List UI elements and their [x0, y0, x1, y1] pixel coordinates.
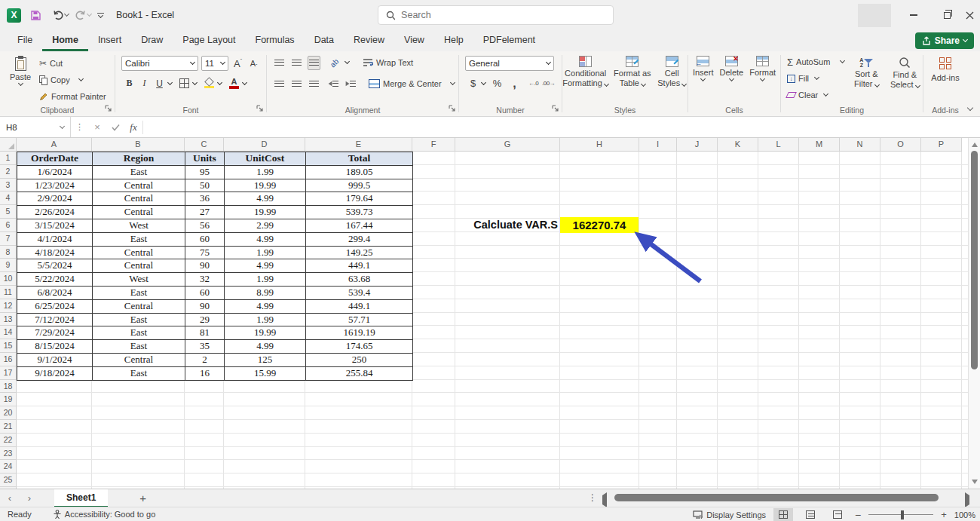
table-cell[interactable]: 255.84: [306, 367, 413, 381]
column-header-h[interactable]: H: [560, 138, 639, 152]
table-cell[interactable]: 15.99: [225, 367, 306, 381]
table-cell[interactable]: Central: [93, 354, 185, 367]
table-cell[interactable]: 2: [185, 354, 225, 367]
align-top-button[interactable]: [273, 56, 286, 70]
column-header-o[interactable]: O: [880, 138, 921, 152]
row-header-21[interactable]: 21: [0, 420, 17, 434]
view-page-layout-button[interactable]: [801, 508, 820, 521]
column-header-m[interactable]: M: [799, 138, 840, 152]
table-cell[interactable]: 19.99: [225, 206, 306, 219]
row-header-1[interactable]: 1: [0, 152, 17, 165]
orientation-button[interactable]: ab: [328, 56, 341, 70]
share-button[interactable]: Share: [915, 32, 974, 49]
clipboard-dialog-launcher[interactable]: [105, 104, 112, 113]
table-cell[interactable]: 90: [185, 259, 225, 273]
table-cell[interactable]: 1.99: [225, 247, 306, 260]
table-cell[interactable]: 167.44: [306, 219, 413, 233]
row-header-14[interactable]: 14: [0, 326, 17, 339]
table-cell[interactable]: 60: [185, 287, 225, 300]
wrap-text-button[interactable]: Wrap Text: [363, 55, 413, 70]
table-header-cell[interactable]: Region: [93, 152, 185, 166]
font-color-button[interactable]: A: [228, 76, 240, 90]
table-cell[interactable]: 539.73: [306, 206, 413, 219]
row-header-8[interactable]: 8: [0, 246, 17, 259]
row-header-22[interactable]: 22: [0, 434, 17, 447]
tab-file[interactable]: File: [8, 30, 42, 51]
table-cell[interactable]: 2/9/2024: [17, 192, 93, 206]
autosum-button[interactable]: ΣAutoSum: [787, 54, 844, 69]
row-header-23[interactable]: 23: [0, 447, 17, 461]
h-scroll-left-icon[interactable]: [602, 495, 607, 504]
column-header-l[interactable]: L: [758, 138, 799, 152]
table-header-cell[interactable]: OrderDate: [17, 152, 93, 166]
table-cell[interactable]: 999.5: [306, 179, 413, 193]
increase-decimal-button[interactable]: ←.0: [527, 76, 540, 90]
table-cell[interactable]: 5/5/2024: [17, 259, 93, 273]
table-cell[interactable]: 3/15/2024: [17, 219, 93, 233]
decrease-font-icon[interactable]: Aˇ: [247, 57, 260, 71]
currency-dropdown-icon[interactable]: [481, 79, 486, 84]
row-header-13[interactable]: 13: [0, 313, 17, 326]
zoom-slider[interactable]: [868, 514, 933, 516]
decrease-decimal-button[interactable]: .00→: [542, 76, 555, 90]
sort-filter-button[interactable]: AZ Sort & Filter: [849, 54, 884, 103]
row-header-25[interactable]: 25: [0, 473, 17, 487]
table-cell[interactable]: 57.71: [306, 314, 413, 327]
vertical-scrollbar[interactable]: [968, 138, 980, 489]
zoom-in-button[interactable]: +: [941, 509, 947, 520]
table-cell[interactable]: East: [93, 367, 185, 381]
column-header-a[interactable]: A: [17, 138, 92, 152]
table-cell[interactable]: East: [93, 326, 185, 340]
row-header-12[interactable]: 12: [0, 299, 17, 313]
align-bottom-button[interactable]: [308, 56, 320, 70]
row-header-16[interactable]: 16: [0, 353, 17, 366]
table-cell[interactable]: 6/8/2024: [17, 287, 93, 300]
table-cell[interactable]: 50: [185, 179, 225, 193]
column-header-b[interactable]: B: [92, 138, 185, 152]
decrease-indent-button[interactable]: [326, 77, 339, 91]
row-header-4[interactable]: 4: [0, 192, 17, 205]
table-cell[interactable]: 27: [185, 206, 225, 219]
table-cell[interactable]: 1.99: [225, 273, 306, 287]
undo-button[interactable]: [49, 6, 72, 24]
table-cell[interactable]: 8/15/2024: [17, 340, 93, 354]
table-cell[interactable]: 4/18/2024: [17, 247, 93, 260]
table-header-cell[interactable]: Total: [306, 152, 413, 166]
formula-cancel-button[interactable]: ×: [88, 117, 106, 137]
table-cell[interactable]: 4/1/2024: [17, 233, 93, 247]
qat-customize-button[interactable]: [94, 6, 107, 24]
table-cell[interactable]: East: [93, 166, 185, 179]
table-cell[interactable]: 81: [185, 326, 225, 340]
tab-view[interactable]: View: [394, 30, 434, 51]
new-sheet-button[interactable]: +: [139, 492, 146, 504]
table-cell[interactable]: 5/22/2024: [17, 273, 93, 287]
table-cell[interactable]: 19.99: [225, 326, 306, 340]
alignment-dialog-launcher[interactable]: [449, 104, 455, 113]
format-as-table-button[interactable]: Format as Table: [611, 53, 653, 87]
table-cell[interactable]: 1/6/2024: [17, 166, 93, 179]
table-cell[interactable]: 299.4: [306, 233, 413, 247]
insert-function-button[interactable]: fx: [124, 117, 142, 137]
underline-dropdown-icon[interactable]: [167, 79, 173, 84]
table-cell[interactable]: 1619.19: [306, 326, 413, 340]
delete-cells-button[interactable]: ✕ Delete: [719, 53, 743, 81]
cut-button[interactable]: ✂Cut: [39, 56, 106, 71]
row-header-18[interactable]: 18: [0, 380, 17, 394]
scroll-down-icon[interactable]: [969, 477, 980, 487]
tab-insert[interactable]: Insert: [88, 30, 131, 51]
clear-button[interactable]: Clear: [787, 87, 844, 103]
view-normal-button[interactable]: [773, 508, 793, 521]
tab-review[interactable]: Review: [344, 30, 394, 51]
row-header-15[interactable]: 15: [0, 339, 17, 353]
merge-center-button[interactable]: Merge & Center: [369, 76, 455, 91]
table-cell[interactable]: 539.4: [306, 287, 413, 300]
borders-dropdown-icon[interactable]: [192, 79, 198, 84]
redo-button[interactable]: [72, 6, 94, 24]
table-header-cell[interactable]: UnitCost: [225, 152, 306, 166]
table-cell[interactable]: East: [93, 233, 185, 247]
table-cell[interactable]: Central: [93, 192, 185, 206]
row-header-20[interactable]: 20: [0, 406, 17, 420]
table-cell[interactable]: 4.99: [225, 340, 306, 354]
table-cell[interactable]: 16: [185, 367, 225, 381]
table-cell[interactable]: 8.99: [225, 287, 306, 300]
